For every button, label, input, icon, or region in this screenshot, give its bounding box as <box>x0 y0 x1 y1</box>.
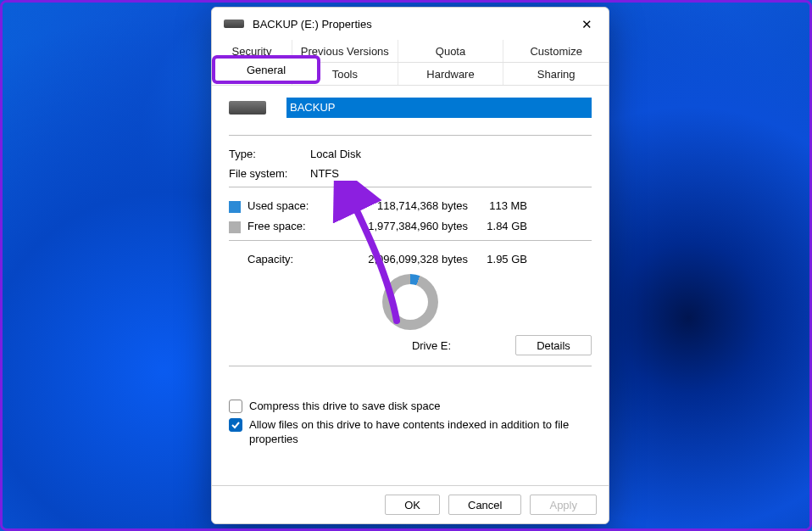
drive-icon <box>224 20 244 28</box>
free-space-label: Free space: <box>247 220 315 233</box>
ok-button[interactable]: OK <box>385 495 440 515</box>
separator <box>229 187 592 187</box>
tab-hardware[interactable]: Hardware <box>398 63 504 85</box>
index-checkbox[interactable] <box>229 418 242 432</box>
used-space-label: Used space: <box>247 199 315 213</box>
tabs-area: Security Previous Versions Quota Customi… <box>212 40 609 86</box>
close-icon: ✕ <box>581 18 592 31</box>
separator <box>229 366 592 366</box>
tab-content-general: Type: Local Disk File system: NTFS Used … <box>212 86 609 485</box>
tab-customize[interactable]: Customize <box>503 40 609 62</box>
free-space-bytes: 1,977,384,960 bytes <box>315 220 468 233</box>
used-space-bytes: 118,714,368 bytes <box>315 199 468 213</box>
tab-general-highlighted[interactable]: General <box>212 55 320 84</box>
free-space-human: 1.84 GB <box>468 220 527 233</box>
capacity-label: Capacity: <box>247 253 315 266</box>
properties-dialog: BACKUP (E:) Properties ✕ Security Previo… <box>211 7 609 524</box>
drive-icon-large <box>229 101 266 115</box>
dialog-footer: OK Cancel Apply <box>212 485 609 523</box>
titlebar: BACKUP (E:) Properties ✕ <box>212 8 609 40</box>
separator <box>229 135 592 136</box>
filesystem-value: NTFS <box>310 167 339 180</box>
type-value: Local Disk <box>310 148 361 160</box>
tab-general-label: General <box>247 64 286 76</box>
capacity-human: 1.95 GB <box>468 253 527 266</box>
apply-button[interactable]: Apply <box>530 495 597 515</box>
tab-sharing[interactable]: Sharing <box>503 63 609 85</box>
separator <box>229 240 592 241</box>
free-space-swatch <box>229 221 241 233</box>
tab-quota[interactable]: Quota <box>398 40 504 62</box>
details-button[interactable]: Details <box>515 335 592 355</box>
compress-label: Compress this drive to save disk space <box>249 399 440 414</box>
capacity-bytes: 2,096,099,328 bytes <box>315 253 468 266</box>
index-label: Allow files on this drive to have conten… <box>249 417 592 447</box>
type-label: Type: <box>229 148 310 160</box>
filesystem-label: File system: <box>229 167 310 180</box>
drive-letter-label: Drive E: <box>229 339 515 352</box>
used-space-human: 113 MB <box>468 199 527 213</box>
disk-usage-pie-chart <box>382 274 438 330</box>
drive-name-input[interactable] <box>286 98 592 118</box>
close-button[interactable]: ✕ <box>573 12 600 36</box>
compress-checkbox[interactable] <box>229 400 242 413</box>
used-space-swatch <box>229 201 241 213</box>
cancel-button[interactable]: Cancel <box>448 495 521 515</box>
window-title: BACKUP (E:) Properties <box>253 18 372 31</box>
